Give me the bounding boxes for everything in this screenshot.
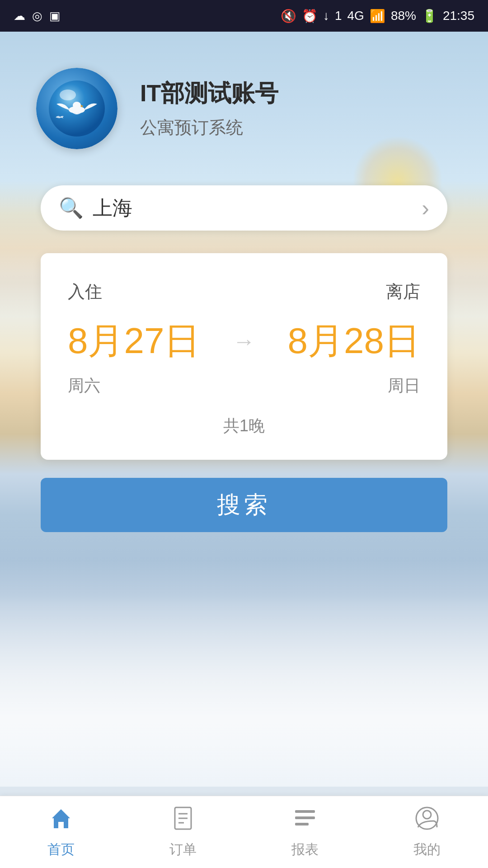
nav-order-label: 订单 xyxy=(169,840,197,859)
order-icon xyxy=(170,806,196,837)
time-display: 21:35 xyxy=(443,9,474,23)
date-selection-card[interactable]: 入住 离店 8月27日 → 8月28日 周六 周日 共1晚 xyxy=(41,253,447,460)
checkout-date[interactable]: 8月28日 xyxy=(288,317,420,366)
search-city-text: 上海 xyxy=(93,195,422,222)
status-left-icons: ☁ ◎ ▣ xyxy=(14,9,61,23)
battery-icon: 🔋 xyxy=(422,9,437,24)
nav-item-report[interactable]: 报表 xyxy=(244,806,366,859)
search-icon: 🔍 xyxy=(59,196,84,220)
status-right-info: 🔇 ⏰ ↓ 1 4G 📶 88% 🔋 21:35 xyxy=(281,9,474,24)
svg-point-13 xyxy=(423,811,431,819)
checkout-day: 周日 xyxy=(388,375,420,397)
profile-section: IT部测试账号 公寓预订系统 xyxy=(0,32,488,176)
nav-item-order[interactable]: 订单 xyxy=(122,806,244,859)
svg-point-4 xyxy=(59,117,61,118)
nav-home-label: 首页 xyxy=(47,840,75,859)
screenshot-icon: ▣ xyxy=(49,9,61,23)
profile-nav-icon xyxy=(414,806,440,837)
alarm-icon: ⏰ xyxy=(302,9,318,24)
signal-icon: 📶 xyxy=(370,9,385,24)
nav-item-profile[interactable]: 我的 xyxy=(366,806,488,859)
sim-icon: 1 xyxy=(335,9,342,23)
svg-point-3 xyxy=(73,102,81,109)
search-button[interactable]: 搜索 xyxy=(41,478,447,532)
checkin-label: 入住 xyxy=(68,280,102,303)
battery-label: 88% xyxy=(391,9,416,23)
date-range-arrow-icon: → xyxy=(200,328,287,354)
nav-item-home[interactable]: 首页 xyxy=(0,806,122,859)
avatar[interactable] xyxy=(36,68,117,149)
profile-text-block: IT部测试账号 公寓预订系统 xyxy=(140,78,278,139)
nights-row: 共1晚 xyxy=(68,415,420,437)
search-button-section[interactable]: 搜索 xyxy=(41,478,447,532)
date-headers-row: 入住 离店 xyxy=(68,280,420,303)
svg-point-1 xyxy=(60,90,76,100)
profile-subtitle: 公寓预订系统 xyxy=(140,116,278,139)
checkin-day: 周六 xyxy=(68,375,100,397)
weather-icon: ☁ xyxy=(14,9,25,23)
headset-icon: ◎ xyxy=(32,9,42,23)
bottom-navigation: 首页 订单 报表 xyxy=(0,796,488,868)
checkout-label: 离店 xyxy=(386,280,420,303)
svg-rect-9 xyxy=(295,810,315,813)
avatar-image xyxy=(36,68,117,149)
search-section[interactable]: 🔍 上海 › xyxy=(41,185,447,231)
nights-count: 共1晚 xyxy=(223,416,265,435)
profile-name: IT部测试账号 xyxy=(140,78,278,109)
date-values-row[interactable]: 8月27日 → 8月28日 xyxy=(68,317,420,366)
search-forward-arrow-icon[interactable]: › xyxy=(422,195,429,221)
report-icon xyxy=(292,806,318,837)
network-label: 4G xyxy=(347,9,364,23)
svg-rect-11 xyxy=(295,823,309,826)
nav-report-label: 报表 xyxy=(291,840,319,859)
nav-profile-label: 我的 xyxy=(413,840,441,859)
main-content: IT部测试账号 公寓预订系统 🔍 上海 › 入住 离店 8月27日 → 8月28… xyxy=(0,32,488,823)
mute-icon: 🔇 xyxy=(281,9,296,24)
download-icon: ↓ xyxy=(323,9,329,23)
home-icon xyxy=(48,806,74,837)
day-names-row: 周六 周日 xyxy=(68,375,420,397)
checkin-date[interactable]: 8月27日 xyxy=(68,317,200,366)
svg-rect-10 xyxy=(295,816,315,819)
search-bar[interactable]: 🔍 上海 › xyxy=(41,185,447,231)
status-bar: ☁ ◎ ▣ 🔇 ⏰ ↓ 1 4G 📶 88% 🔋 21:35 xyxy=(0,0,488,32)
